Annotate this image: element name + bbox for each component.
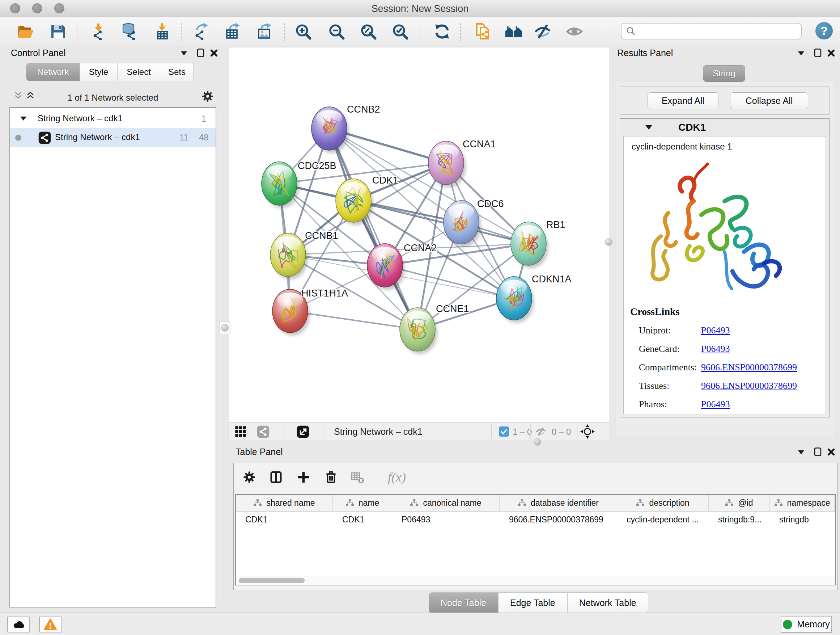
panel-close-icon[interactable] (210, 49, 218, 57)
import-table-from-file-icon[interactable] (152, 21, 172, 42)
panel-collapse-icon[interactable] (181, 51, 187, 55)
show-all-icon[interactable] (564, 21, 584, 42)
column-header-namespace[interactable]: namespace (770, 495, 835, 511)
tab-select[interactable]: Select (118, 63, 160, 81)
hide-selected-icon[interactable] (532, 21, 553, 42)
import-network-from-file-icon[interactable] (88, 21, 109, 42)
node-label-ccnb2: CCNB2 (347, 104, 380, 115)
expand-collapse-row: Expand All Collapse All (620, 87, 829, 115)
node-label-cdk1: CDK1 (372, 175, 398, 186)
tab-node-table[interactable]: Node Table (429, 592, 498, 613)
help-icon[interactable]: ? (815, 22, 833, 40)
selected-checkbox[interactable] (499, 426, 509, 437)
zoom-out-icon[interactable] (326, 21, 347, 42)
tab-sets[interactable]: Sets (160, 63, 194, 81)
export-image-icon[interactable] (255, 21, 275, 42)
panel-float-icon[interactable] (814, 447, 821, 456)
delete-column-icon[interactable] (323, 469, 339, 486)
network-edge-count: 48 (199, 133, 209, 143)
network-overview-icon[interactable] (256, 425, 270, 438)
column-header-description[interactable]: description (617, 495, 709, 511)
search-input[interactable] (636, 24, 801, 38)
external-view-icon[interactable] (296, 425, 309, 438)
crosslink-link[interactable]: P06493 (701, 325, 729, 336)
tab-edge-table[interactable]: Edge Table (498, 592, 567, 613)
right-splitter-handle[interactable] (605, 238, 613, 246)
network-node-ccnb2[interactable] (311, 107, 347, 150)
tab-style[interactable]: Style (80, 63, 118, 81)
network-graph[interactable]: CCNB2CCNA1CDC25BCDK1CDC6RB1CCNB1CCNA2CDK… (229, 48, 609, 422)
zoom-selected-icon[interactable] (390, 21, 410, 42)
collapse-entry-triangle-icon[interactable] (645, 125, 652, 130)
table-horizontal-scrollbar[interactable] (236, 576, 835, 585)
node-result-header[interactable]: CDK1 (620, 119, 829, 136)
toolbar-separator (460, 22, 461, 41)
save-session-icon[interactable] (48, 21, 68, 42)
network-node-cdk1[interactable] (336, 179, 371, 222)
network-options-gear-icon[interactable] (201, 90, 214, 103)
column-header--id[interactable]: @id (709, 495, 770, 511)
bottom-splitter-handle[interactable] (534, 438, 541, 446)
crosslink-link[interactable]: P06493 (701, 399, 729, 410)
node-label-hist1h1a: HIST1H1A (302, 288, 348, 299)
crosslinks-title: CrossLinks (630, 306, 818, 318)
table-row[interactable]: CDK1CDK1P064939606.ENSP00000378699cyclin… (236, 511, 835, 527)
tree-hierarchy-icon (410, 499, 418, 507)
network-node-rb1[interactable] (511, 222, 546, 265)
node-label-ccna2: CCNA2 (404, 242, 437, 253)
network-node-ccne1[interactable] (400, 308, 435, 351)
panel-float-icon[interactable] (197, 48, 204, 57)
hidden-eye-icon[interactable] (534, 425, 547, 438)
panel-close-icon[interactable] (827, 448, 835, 456)
network-node-ccna2[interactable] (367, 244, 403, 287)
toolbar-separator (576, 424, 577, 439)
birds-eye-icon[interactable] (234, 425, 247, 438)
title-bar: Session: New Session (0, 0, 840, 17)
export-network-icon[interactable] (192, 21, 212, 42)
memory-button[interactable]: Memory (781, 616, 832, 633)
column-header-name[interactable]: name (333, 495, 392, 511)
expand-all-button[interactable]: Expand All (647, 92, 718, 109)
export-table-icon[interactable] (223, 21, 243, 42)
results-panel: Results Panel String Expand All Collapse… (612, 47, 840, 440)
column-header-canonical-name[interactable]: canonical name (392, 495, 500, 511)
panel-collapse-icon[interactable] (798, 51, 804, 55)
network-node-cdkn1a[interactable] (496, 277, 532, 320)
network-tree-network-row[interactable]: String Network – cdk1 11 48 (10, 128, 216, 147)
zoom-fit-icon[interactable] (358, 21, 378, 42)
scrollbar-thumb[interactable] (239, 578, 305, 583)
crosslink-link[interactable]: 9606.ENSP00000378699 (701, 380, 797, 391)
network-node-cdc6[interactable] (444, 201, 479, 244)
column-header-database-identifier[interactable]: database identifier (500, 495, 617, 511)
tree-expand-triangle-icon[interactable] (20, 117, 27, 120)
columns-icon[interactable] (268, 469, 284, 486)
left-splitter-handle[interactable] (221, 324, 229, 332)
protein-ribbon-structure (634, 155, 804, 302)
zoom-in-icon[interactable] (293, 21, 313, 42)
panel-float-icon[interactable] (814, 48, 821, 57)
crosslink-link[interactable]: P06493 (701, 344, 729, 355)
panel-collapse-icon[interactable] (798, 450, 804, 454)
tab-network-table[interactable]: Network Table (567, 592, 648, 613)
first-neighbors-icon[interactable] (504, 21, 524, 42)
fit-selection-crosshair-icon[interactable] (580, 424, 595, 439)
clone-network-icon[interactable] (472, 21, 493, 42)
warning-icon[interactable] (39, 616, 62, 632)
network-canvas[interactable]: CCNB2CCNA1CDC25BCDK1CDC6RB1CCNB1CCNA2CDK… (229, 47, 609, 422)
network-node-ccnb1[interactable] (270, 233, 306, 277)
add-column-icon[interactable] (295, 469, 312, 486)
network-node-ccna1[interactable] (428, 141, 464, 185)
collapse-all-button[interactable]: Collapse All (730, 92, 808, 109)
network-node-cdc25b[interactable] (262, 162, 297, 205)
tab-string[interactable]: String (703, 65, 745, 82)
crosslink-link[interactable]: 9606.ENSP00000378699 (701, 362, 797, 373)
cloud-icon[interactable] (7, 616, 30, 632)
tab-network[interactable]: Network (27, 63, 80, 81)
column-header-shared-name[interactable]: shared name (236, 495, 333, 511)
import-network-from-database-icon[interactable] (119, 21, 140, 42)
network-tree-collection-row[interactable]: String Network – cdk1 1 (10, 109, 216, 128)
apply-layout-icon[interactable] (432, 21, 452, 42)
gear-icon[interactable] (241, 469, 257, 486)
panel-close-icon[interactable] (827, 49, 835, 57)
open-session-icon[interactable] (15, 21, 35, 42)
